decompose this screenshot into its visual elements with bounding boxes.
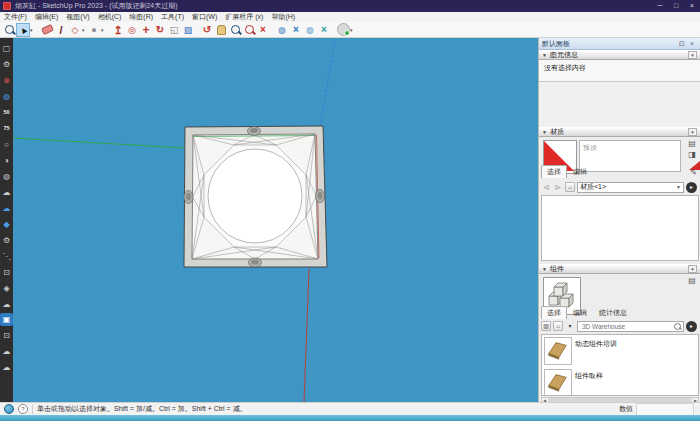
- circle-tool-icon[interactable]: [87, 23, 101, 37]
- menu-edit[interactable]: 编辑(E): [31, 12, 62, 22]
- gear-icon[interactable]: ⚙: [0, 56, 13, 72]
- materials-details-icon[interactable]: ▸: [686, 182, 697, 193]
- menu-extensions[interactable]: 扩展程序 (x): [221, 12, 267, 22]
- geolocation-icon[interactable]: [4, 404, 14, 414]
- preset-75-icon[interactable]: 75: [0, 120, 13, 136]
- menu-camera[interactable]: 相机(C): [94, 12, 126, 22]
- measurements-area: 数值: [619, 403, 694, 416]
- components-header[interactable]: ▼ 组件 ▾: [539, 264, 700, 274]
- gear-dark-icon[interactable]: ⚙: [0, 232, 13, 248]
- cloud-down-icon[interactable]: ☁: [0, 184, 13, 200]
- menu-file[interactable]: 文件(F): [0, 12, 31, 22]
- component-folder-label: 组件取样: [575, 369, 603, 381]
- blue-cube-icon[interactable]: ▣: [0, 313, 13, 326]
- components-menu-button[interactable]: ▾: [688, 265, 697, 273]
- model-canvas[interactable]: [13, 38, 538, 402]
- line-tool-icon[interactable]: [54, 23, 68, 37]
- scale-tool-icon[interactable]: [167, 23, 181, 37]
- cloud-cursor-icon[interactable]: ☁: [0, 200, 13, 216]
- circle-box2-icon[interactable]: ⊡: [0, 327, 13, 343]
- pan-tool-icon[interactable]: [214, 23, 228, 37]
- materials-header[interactable]: ▼ 材质 ▾: [539, 127, 700, 137]
- components-tabs: 选择 编辑 统计信息: [541, 308, 633, 319]
- extension-x-teal-icon[interactable]: [317, 23, 331, 37]
- material-name-box[interactable]: 预设: [579, 140, 681, 172]
- list-item[interactable]: 组件取样: [542, 367, 698, 396]
- move-tool-icon[interactable]: [139, 23, 153, 37]
- offset-tool-icon[interactable]: [125, 23, 139, 37]
- warehouse-tool-icon[interactable]: [275, 23, 289, 37]
- select-dropdown-caret[interactable]: ▾: [30, 27, 35, 33]
- create-material-icon[interactable]: ▤: [688, 139, 696, 148]
- minimize-button[interactable]: ─: [652, 0, 668, 12]
- magnifier-tool-icon[interactable]: [2, 23, 16, 37]
- circle-box-icon[interactable]: ⊡: [0, 264, 13, 280]
- folder-icon[interactable]: ▢: [0, 40, 13, 56]
- drop-outline-icon[interactable]: ○: [0, 136, 13, 152]
- component-folder-label: 动态组件培训: [575, 337, 617, 349]
- list-item[interactable]: 动态组件培训: [542, 335, 698, 367]
- close-button[interactable]: ×: [684, 0, 700, 12]
- zoom-tool-icon[interactable]: [228, 23, 242, 37]
- menu-view[interactable]: 视图(V): [62, 12, 93, 22]
- contrast-icon[interactable]: ◑: [0, 152, 13, 168]
- menu-tools[interactable]: 工具(T): [157, 12, 188, 22]
- components-details-icon[interactable]: ▸: [686, 321, 697, 332]
- menu-help[interactable]: 帮助(H): [267, 12, 299, 22]
- components-tab-statistics[interactable]: 统计信息: [593, 306, 633, 319]
- hatch-circle-icon[interactable]: ◍: [0, 168, 13, 184]
- help-question-icon[interactable]: [18, 404, 28, 414]
- components-tab-select[interactable]: 选择: [541, 306, 567, 319]
- red-axis-line: [304, 269, 309, 402]
- in-model-home-icon[interactable]: ⌂: [565, 182, 575, 192]
- zoom-window-tool-icon[interactable]: [242, 23, 256, 37]
- forward-arrow-icon[interactable]: ▷: [553, 182, 563, 192]
- cloud-download-icon[interactable]: ☁: [0, 343, 13, 359]
- extension-x-blue-icon[interactable]: [289, 23, 303, 37]
- menu-draw[interactable]: 绘图(R): [125, 12, 157, 22]
- push-pull-tool-icon[interactable]: [111, 23, 125, 37]
- menu-window[interactable]: 窗口(W): [188, 12, 221, 22]
- materials-list[interactable]: [541, 195, 699, 261]
- materials-tab-edit[interactable]: 编辑: [567, 165, 593, 178]
- eraser-tool-icon[interactable]: [40, 23, 54, 37]
- circle-dropdown-caret[interactable]: ▾: [101, 27, 106, 33]
- tray-close-icon[interactable]: ×: [687, 40, 697, 47]
- drop-blue-icon[interactable]: ◍: [0, 88, 13, 104]
- components-side-buttons: ▤: [685, 276, 699, 285]
- shape-tool-icon[interactable]: [68, 23, 82, 37]
- warehouse-search-input[interactable]: [580, 322, 674, 331]
- chevron-down-icon[interactable]: ▾: [565, 321, 575, 331]
- select-tool-icon[interactable]: [16, 23, 30, 37]
- rotate-tool-icon[interactable]: [153, 23, 167, 37]
- maximize-button[interactable]: □: [668, 0, 684, 12]
- cloud-upload-icon[interactable]: ☁: [0, 359, 13, 375]
- account-avatar-icon[interactable]: [336, 23, 350, 37]
- materials-collection-dropdown[interactable]: 材质<1> ▼: [577, 182, 684, 193]
- warehouse-share-tool-icon[interactable]: [303, 23, 317, 37]
- in-model-home-icon[interactable]: ⌂: [553, 321, 563, 331]
- blue-diamond-icon[interactable]: ◆: [0, 216, 13, 232]
- view-options-icon[interactable]: ▥: [541, 321, 551, 331]
- back-arrow-icon[interactable]: ◁: [541, 182, 551, 192]
- materials-tab-select[interactable]: 选择: [541, 165, 567, 178]
- eyedropper-icon[interactable]: ✎: [690, 168, 697, 177]
- tray-pin-icon[interactable]: ⊡: [677, 40, 687, 48]
- blue-axis-dashed-line: [320, 40, 335, 128]
- component-options-icon[interactable]: ▤: [688, 276, 696, 285]
- zoom-extents-tool-icon[interactable]: [256, 23, 270, 37]
- display-secondary-pane-icon[interactable]: ◨: [688, 150, 696, 159]
- circle-diamond-icon[interactable]: ◈: [0, 280, 13, 296]
- entity-info-menu-button[interactable]: ▾: [688, 51, 697, 59]
- measurements-input[interactable]: [636, 403, 694, 416]
- preset-50-icon[interactable]: 50: [0, 104, 13, 120]
- circle-cloud-icon[interactable]: ☁: [0, 296, 13, 312]
- entity-info-header[interactable]: ▼ 图元信息 ▾: [539, 50, 700, 60]
- materials-menu-button[interactable]: ▾: [688, 128, 697, 136]
- components-tab-edit[interactable]: 编辑: [567, 306, 593, 319]
- orbit-tool-icon[interactable]: [200, 23, 214, 37]
- styles-tool-icon[interactable]: [181, 23, 195, 37]
- search-icon[interactable]: [674, 323, 681, 330]
- account-dropdown-caret[interactable]: ▾: [350, 27, 355, 33]
- error-circle-icon[interactable]: ⊗: [0, 72, 13, 88]
